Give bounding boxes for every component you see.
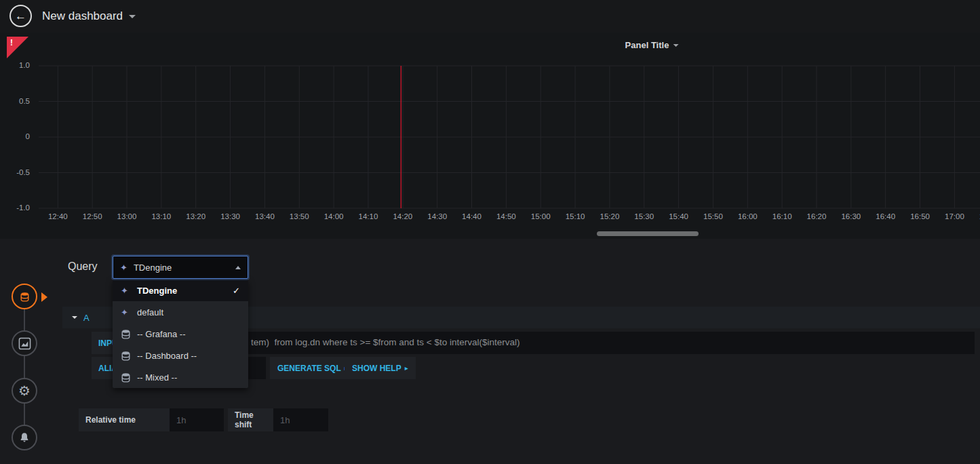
x-tick-label: 16:50 xyxy=(910,212,930,220)
datasource-option-dashboard[interactable]: -- Dashboard -- xyxy=(113,345,248,366)
bell-icon xyxy=(19,432,30,443)
panel-title: Panel Title xyxy=(625,40,669,50)
datasource-select[interactable]: ✦ TDengine xyxy=(113,256,248,279)
panel-title-menu[interactable]: Panel Title xyxy=(625,40,679,50)
datasource-option-mixed[interactable]: -- Mixed -- xyxy=(113,366,248,388)
y-tick-label: -0.5 xyxy=(0,168,30,176)
datasource-option-default[interactable]: ✦default xyxy=(113,301,248,323)
x-tick-label: 16:00 xyxy=(738,212,758,220)
x-tick-label: 15:00 xyxy=(531,212,551,220)
query-section-label: Query xyxy=(68,260,98,273)
dashboard-panel xyxy=(0,33,980,239)
x-tick-label: 13:40 xyxy=(255,212,275,220)
error-exclamation: ! xyxy=(10,38,13,47)
x-tick-label: 14:00 xyxy=(324,212,344,220)
datasource-value: TDengine xyxy=(134,263,235,273)
generate-sql-button[interactable]: GENERATE SQL ▸ xyxy=(270,357,355,379)
datasource-option-tdengine[interactable]: ✦TDengine✓ xyxy=(113,279,248,301)
chevron-down-icon xyxy=(673,44,678,47)
grafana-dashboard-screen: ← New dashboard ! Panel Title 1.00.50-0.… xyxy=(0,0,980,464)
grafana-icon: ✦ xyxy=(121,286,137,295)
sql-text: tem) from log.dn where ts >= $from and t… xyxy=(251,337,520,347)
relative-time-label: Relative time xyxy=(79,408,170,431)
x-tick-label: 13:00 xyxy=(117,212,137,220)
datasource-option-label: -- Dashboard -- xyxy=(137,351,197,361)
x-axis: 12:4012:5013:0013:1013:2013:3013:4013:50… xyxy=(0,212,980,225)
x-tick-label: 14:40 xyxy=(462,212,482,220)
x-tick-label: 14:50 xyxy=(496,212,516,220)
datasource-option-grafana[interactable]: -- Grafana -- xyxy=(113,323,248,345)
database-icon xyxy=(121,372,137,383)
x-tick-label: 12:50 xyxy=(83,212,102,220)
panel-tab-queries[interactable] xyxy=(12,284,37,309)
y-tick-label: 1.0 xyxy=(0,61,30,69)
database-icon xyxy=(121,351,137,361)
x-tick-label: 13:10 xyxy=(151,212,171,220)
x-tick-label: 16:10 xyxy=(772,212,792,220)
check-icon: ✓ xyxy=(233,286,240,296)
datasource-option-label: -- Mixed -- xyxy=(137,372,177,383)
x-tick-label: 13:50 xyxy=(290,212,309,220)
x-tick-label: 16:30 xyxy=(841,212,861,220)
dashboard-title: New dashboard xyxy=(42,9,123,23)
query-ref-id: A xyxy=(83,313,90,323)
show-help-label: SHOW HELP xyxy=(352,364,401,373)
x-tick-label: 15:30 xyxy=(634,212,654,220)
active-tab-arrow xyxy=(41,292,47,302)
relative-time-input[interactable] xyxy=(170,408,224,431)
x-tick-label: 13:30 xyxy=(220,212,240,220)
sql-input[interactable]: tem) from log.dn where ts >= $from and t… xyxy=(152,332,975,354)
dashboard-title-dropdown[interactable]: New dashboard xyxy=(42,0,136,33)
datasource-option-label: -- Grafana -- xyxy=(137,329,186,339)
x-tick-label: 17:00 xyxy=(945,212,964,220)
top-navbar: ← New dashboard xyxy=(0,0,980,33)
x-tick-label: 15:50 xyxy=(703,212,723,220)
time-shift-input[interactable] xyxy=(273,408,328,431)
database-icon xyxy=(121,329,137,339)
panel-tab-general[interactable]: ⚙ xyxy=(12,378,37,404)
panel-tab-alert[interactable] xyxy=(12,425,37,450)
datasource-option-label: TDengine xyxy=(137,286,177,296)
chart-icon xyxy=(18,337,31,350)
panel-error-corner[interactable]: ! xyxy=(7,37,28,58)
database-icon xyxy=(20,292,30,302)
show-help-button[interactable]: SHOW HELP ▸ xyxy=(345,357,416,379)
grafana-icon: ✦ xyxy=(120,261,128,273)
x-tick-label: 15:10 xyxy=(566,212,585,220)
chevron-up-icon xyxy=(235,266,241,269)
chevron-down-icon xyxy=(129,15,136,18)
x-tick-label: 14:20 xyxy=(393,212,412,220)
x-tick-label: 14:10 xyxy=(359,212,378,220)
generate-sql-label: GENERATE SQL xyxy=(277,364,341,373)
x-tick-label: 12:40 xyxy=(48,212,68,220)
x-tick-label: 15:40 xyxy=(669,212,688,220)
y-tick-label: -1.0 xyxy=(0,204,30,212)
y-tick-label: 0 xyxy=(0,132,30,140)
chevron-down-icon xyxy=(72,316,77,319)
caret-right-icon: ▸ xyxy=(405,364,408,372)
x-tick-label: 14:30 xyxy=(427,212,447,220)
x-tick-label: 15:20 xyxy=(600,212,620,220)
x-tick-label: 16:20 xyxy=(807,212,827,220)
x-tick-label: 16:40 xyxy=(876,212,895,220)
tabs-connector-line xyxy=(24,296,25,438)
grafana-icon: ✦ xyxy=(121,308,137,317)
datasource-dropdown-menu: ✦TDengine✓✦default-- Grafana ---- Dashbo… xyxy=(113,279,248,388)
y-tick-label: 0.5 xyxy=(0,97,30,105)
y-axis: 1.00.50-0.5-1.0 xyxy=(0,0,33,239)
x-tick-label: 13:20 xyxy=(186,212,205,220)
gear-icon: ⚙ xyxy=(18,384,31,398)
datasource-option-label: default xyxy=(137,307,163,317)
time-shift-label: Time shift xyxy=(228,408,273,431)
horizontal-scrollbar[interactable] xyxy=(597,231,699,236)
